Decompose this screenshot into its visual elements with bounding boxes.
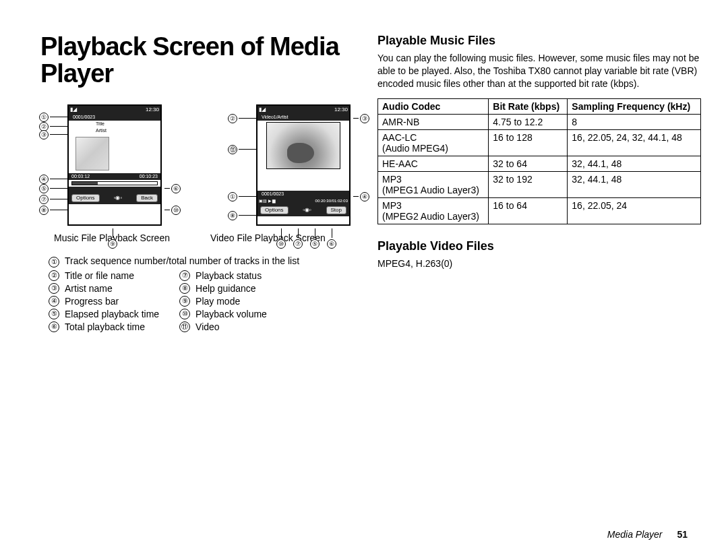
progress-bar — [71, 181, 158, 185]
video-frame — [266, 122, 340, 169]
album-art-icon — [75, 137, 109, 170]
music-playback-mockup: ▮◢12:30 0001/0023 Title Artist 00:03:120… — [40, 104, 169, 226]
table-row: MP3(MPEG2 Audio Layer3) 16 to 64 16, 22.… — [378, 197, 701, 224]
video-playback-mockup: ▮◢12:30 Video1/Artist 0001/0023 ▣▥ ▶ ▆00… — [229, 104, 357, 226]
codec-table: Audio Codec Bit Rate (kbps) Sampling Fre… — [377, 98, 701, 224]
back-softkey: Back — [136, 194, 158, 202]
legend-row-1: ①Track sequence number/total number of t… — [49, 255, 357, 268]
page-title: Playback Screen of Media Player — [40, 34, 357, 88]
video-caption: Video File Playback Screen — [210, 232, 326, 243]
video-files-body: MPEG4, H.263(0) — [377, 257, 701, 270]
options-softkey: Options — [260, 206, 289, 214]
stop-softkey: Stop — [326, 206, 346, 214]
music-files-intro: You can play the following music files. … — [377, 52, 701, 90]
table-row: MP3(MPEG1 Audio Layer3) 32 to 192 32, 44… — [378, 171, 701, 197]
music-files-heading: Playable Music Files — [377, 34, 701, 48]
legend-right-column: ⑦Playback status ⑧Help guidance ⑨Play mo… — [179, 270, 267, 334]
table-row: HE-AAC 32 to 64 32, 44.1, 48 — [378, 156, 701, 171]
options-softkey: Options — [71, 194, 100, 202]
page-footer: Media Player 51 — [607, 529, 688, 540]
table-row: AMR-NB 4.75 to 12.2 8 — [378, 114, 701, 129]
video-files-heading: Playable Video Files — [377, 239, 701, 253]
legend-left-column: ②Title or file name ③Artist name ④Progre… — [49, 270, 159, 334]
table-row: AAC-LC(Audio MPEG4) 16 to 128 16, 22.05,… — [378, 129, 701, 156]
